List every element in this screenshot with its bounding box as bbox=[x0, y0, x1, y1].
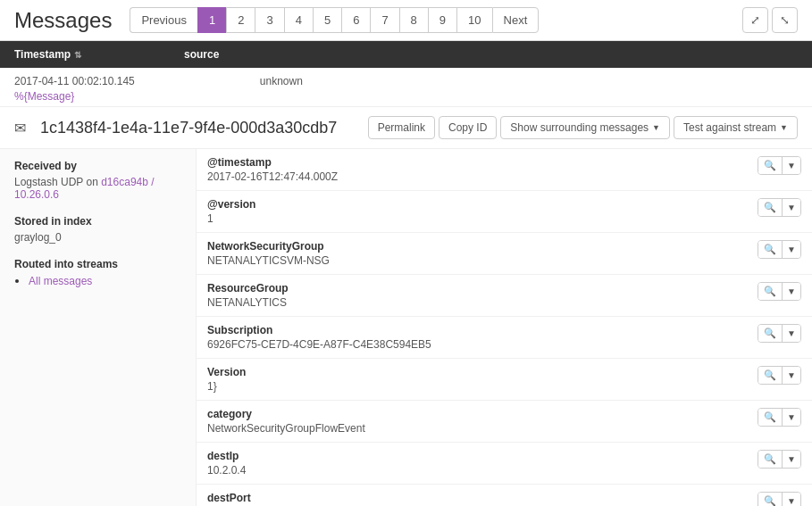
detail-right-panel: @timestamp 2017-02-16T12:47:44.000Z 🔍 ▼ … bbox=[197, 149, 812, 506]
field-name-0: @timestamp bbox=[207, 156, 750, 169]
field-actions-4: 🔍 ▼ bbox=[758, 324, 801, 343]
field-search-btn-7[interactable]: 🔍 ▼ bbox=[758, 450, 801, 469]
stream-list-item: All messages bbox=[29, 274, 181, 287]
received-by-value: Logstash UDP on d16ca94b / 10.26.0.6 bbox=[14, 176, 181, 201]
field-search-caret-4[interactable]: ▼ bbox=[782, 325, 800, 342]
pagination-page-10[interactable]: 10 bbox=[456, 7, 491, 33]
field-actions-5: 🔍 ▼ bbox=[758, 366, 801, 385]
pagination-previous[interactable]: Previous bbox=[130, 7, 197, 33]
field-value-2: NETANALYTICSVM-NSG bbox=[207, 254, 750, 267]
envelope-icon: ✉ bbox=[14, 120, 26, 137]
field-search-btn-4[interactable]: 🔍 ▼ bbox=[758, 324, 801, 343]
stream-link[interactable]: All messages bbox=[29, 275, 92, 287]
detail-content: Received by Logstash UDP on d16ca94b / 1… bbox=[0, 149, 812, 506]
pagination-page-6[interactable]: 6 bbox=[341, 7, 370, 33]
table-row: destIp 10.2.0.4 🔍 ▼ bbox=[197, 443, 812, 485]
field-search-main-8[interactable]: 🔍 bbox=[758, 493, 782, 506]
pagination-page-3[interactable]: 3 bbox=[255, 7, 283, 33]
field-search-btn-2[interactable]: 🔍 ▼ bbox=[758, 240, 801, 259]
field-search-caret-2[interactable]: ▼ bbox=[782, 241, 800, 258]
received-by-label: Received by bbox=[14, 160, 181, 172]
message-timestamp: 2017-04-11 00:02:10.145 bbox=[14, 75, 135, 87]
stored-in-value: graylog_0 bbox=[14, 231, 181, 244]
pagination-page-5[interactable]: 5 bbox=[313, 7, 341, 33]
table-row: Subscription 6926FC75-CE7D-4C9E-A87F-C4E… bbox=[197, 317, 812, 359]
pagination-next[interactable]: Next bbox=[492, 7, 540, 33]
pagination-page-8[interactable]: 8 bbox=[399, 7, 428, 33]
table-row: @version 1 🔍 ▼ bbox=[197, 191, 812, 233]
field-search-main-1[interactable]: 🔍 bbox=[758, 199, 782, 216]
pagination-page-2[interactable]: 2 bbox=[226, 7, 255, 33]
field-search-main-6[interactable]: 🔍 bbox=[758, 409, 782, 426]
pagination: Previous 1 2 3 4 5 6 7 8 9 10 Next bbox=[130, 7, 539, 33]
field-value-6: NetworkSecurityGroupFlowEvent bbox=[207, 422, 750, 435]
field-content-6: category NetworkSecurityGroupFlowEvent bbox=[207, 408, 750, 435]
show-surrounding-button[interactable]: Show surrounding messages ▼ bbox=[500, 116, 670, 139]
field-search-main-0[interactable]: 🔍 bbox=[758, 157, 782, 174]
field-search-btn-0[interactable]: 🔍 ▼ bbox=[758, 156, 801, 175]
field-search-caret-6[interactable]: ▼ bbox=[782, 409, 800, 426]
test-against-stream-button[interactable]: Test against stream ▼ bbox=[674, 116, 798, 139]
col-timestamp: Timestamp bbox=[14, 48, 71, 61]
field-search-caret-0[interactable]: ▼ bbox=[782, 157, 800, 174]
field-name-1: @version bbox=[207, 198, 750, 211]
field-search-caret-5[interactable]: ▼ bbox=[782, 367, 800, 384]
field-value-5: 1} bbox=[207, 380, 750, 393]
field-name-2: NetworkSecurityGroup bbox=[207, 240, 750, 253]
table-row: category NetworkSecurityGroupFlowEvent 🔍… bbox=[197, 401, 812, 443]
field-name-7: destIp bbox=[207, 450, 750, 462]
routed-into-label: Routed into streams bbox=[14, 258, 181, 270]
field-search-btn-5[interactable]: 🔍 ▼ bbox=[758, 366, 801, 385]
field-search-btn-1[interactable]: 🔍 ▼ bbox=[758, 198, 801, 217]
field-actions-7: 🔍 ▼ bbox=[758, 450, 801, 469]
pagination-page-4[interactable]: 4 bbox=[284, 7, 313, 33]
field-name-3: ResourceGroup bbox=[207, 282, 750, 294]
field-name-5: Version bbox=[207, 366, 750, 378]
expand-icon-2[interactable]: ⤡ bbox=[772, 7, 798, 33]
table-row: destPort 3389 🔍 ▼ bbox=[197, 485, 812, 506]
field-search-main-5[interactable]: 🔍 bbox=[758, 367, 782, 384]
field-value-3: NETANALYTICS bbox=[207, 296, 750, 309]
pagination-page-7[interactable]: 7 bbox=[370, 7, 398, 33]
field-content-1: @version 1 bbox=[207, 198, 750, 225]
table-row: ResourceGroup NETANALYTICS 🔍 ▼ bbox=[197, 275, 812, 317]
field-content-4: Subscription 6926FC75-CE7D-4C9E-A87F-C4E… bbox=[207, 324, 750, 351]
field-search-main-4[interactable]: 🔍 bbox=[758, 325, 782, 342]
field-name-4: Subscription bbox=[207, 324, 750, 336]
message-source: unknown bbox=[260, 75, 303, 89]
page-title: Messages bbox=[14, 8, 112, 33]
field-search-caret-1[interactable]: ▼ bbox=[782, 199, 800, 216]
field-search-btn-8[interactable]: 🔍 ▼ bbox=[758, 492, 801, 506]
table-row: NetworkSecurityGroup NETANALYTICSVM-NSG … bbox=[197, 233, 812, 275]
expand-icon-1[interactable]: ⤢ bbox=[742, 7, 768, 33]
field-search-main-3[interactable]: 🔍 bbox=[758, 283, 782, 300]
field-content-7: destIp 10.2.0.4 bbox=[207, 450, 750, 477]
field-search-main-7[interactable]: 🔍 bbox=[758, 451, 782, 468]
field-content-5: Version 1} bbox=[207, 366, 750, 393]
permalink-button[interactable]: Permalink bbox=[368, 116, 435, 139]
detail-left-panel: Received by Logstash UDP on d16ca94b / 1… bbox=[0, 149, 197, 506]
field-name-8: destPort bbox=[207, 492, 750, 504]
field-actions-0: 🔍 ▼ bbox=[758, 156, 801, 175]
sort-icon: ⇅ bbox=[74, 50, 81, 60]
pagination-page-1[interactable]: 1 bbox=[197, 7, 226, 33]
show-surrounding-caret: ▼ bbox=[652, 123, 660, 132]
field-search-caret-8[interactable]: ▼ bbox=[782, 493, 800, 506]
message-id: 1c1438f4-1e4a-11e7-9f4e-000d3a30cdb7 bbox=[40, 119, 357, 137]
copy-id-button[interactable]: Copy ID bbox=[439, 116, 497, 139]
pagination-page-9[interactable]: 9 bbox=[428, 7, 456, 33]
col-source: source bbox=[184, 48, 798, 61]
message-link[interactable]: %{Message} bbox=[14, 90, 74, 103]
field-search-main-2[interactable]: 🔍 bbox=[758, 241, 782, 258]
field-search-btn-3[interactable]: 🔍 ▼ bbox=[758, 282, 801, 301]
field-actions-3: 🔍 ▼ bbox=[758, 282, 801, 301]
field-value-1: 1 bbox=[207, 212, 750, 225]
field-search-caret-3[interactable]: ▼ bbox=[782, 283, 800, 300]
field-content-2: NetworkSecurityGroup NETANALYTICSVM-NSG bbox=[207, 240, 750, 267]
field-search-btn-6[interactable]: 🔍 ▼ bbox=[758, 408, 801, 427]
field-actions-6: 🔍 ▼ bbox=[758, 408, 801, 427]
field-name-6: category bbox=[207, 408, 750, 420]
stored-in-label: Stored in index bbox=[14, 215, 181, 228]
field-value-7: 10.2.0.4 bbox=[207, 464, 750, 477]
field-search-caret-7[interactable]: ▼ bbox=[782, 451, 800, 468]
